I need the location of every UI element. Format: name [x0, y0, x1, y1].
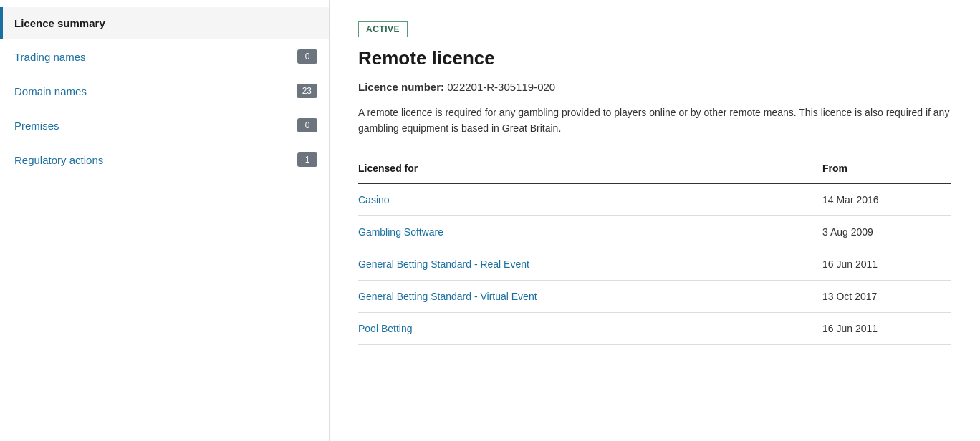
table-cell-name-0: Casino	[358, 183, 822, 216]
table-row: General Betting Standard - Virtual Event…	[358, 280, 951, 312]
table-cell-name-3: General Betting Standard - Virtual Event	[358, 280, 822, 312]
col-from-header: From	[822, 157, 951, 183]
table-row: Pool Betting16 Jun 2011	[358, 312, 951, 344]
sidebar-item-premises[interactable]: Premises0	[0, 108, 329, 142]
sidebar-item-regulatory-actions[interactable]: Regulatory actions1	[0, 142, 329, 177]
sidebar-badge-premises: 0	[297, 118, 317, 132]
sidebar-badge-trading-names: 0	[297, 49, 317, 64]
table-row: Casino14 Mar 2016	[358, 183, 951, 216]
table-cell-from-4: 16 Jun 2011	[822, 312, 951, 344]
table-cell-from-1: 3 Aug 2009	[822, 215, 951, 248]
table-cell-name-1: Gambling Software	[358, 215, 822, 248]
status-badge: ACTIVE	[358, 21, 408, 37]
table-link-3[interactable]: General Betting Standard - Virtual Event	[358, 291, 537, 302]
licence-number: Licence number: 022201-R-305119-020	[358, 81, 951, 93]
sidebar-item-domain-names[interactable]: Domain names23	[0, 74, 329, 108]
table-row: General Betting Standard - Real Event16 …	[358, 248, 951, 280]
sidebar-item-label-premises: Premises	[14, 120, 59, 132]
main-content: ACTIVE Remote licence Licence number: 02…	[330, 0, 980, 441]
sidebar-item-label-regulatory-actions: Regulatory actions	[14, 154, 103, 166]
table-cell-name-4: Pool Betting	[358, 312, 822, 344]
table-link-0[interactable]: Casino	[358, 194, 390, 205]
sidebar-item-licence-summary[interactable]: Licence summary	[0, 7, 329, 39]
sidebar-badge-regulatory-actions: 1	[297, 152, 317, 167]
table-row: Gambling Software3 Aug 2009	[358, 215, 951, 248]
table-cell-from-0: 14 Mar 2016	[822, 183, 951, 216]
sidebar: Licence summaryTrading names0Domain name…	[0, 0, 330, 441]
sidebar-item-label-licence-summary: Licence summary	[14, 17, 105, 29]
table-link-1[interactable]: Gambling Software	[358, 226, 443, 238]
table-cell-from-3: 13 Oct 2017	[822, 280, 951, 312]
table-cell-from-2: 16 Jun 2011	[822, 248, 951, 280]
licence-title: Remote licence	[358, 47, 951, 69]
licence-number-value: 022201-R-305119-020	[447, 81, 555, 93]
sidebar-item-trading-names[interactable]: Trading names0	[0, 39, 329, 74]
table-link-2[interactable]: General Betting Standard - Real Event	[358, 258, 529, 270]
licence-number-label: Licence number:	[358, 81, 444, 93]
sidebar-badge-domain-names: 23	[297, 84, 317, 98]
licence-table: Licensed for From Casino14 Mar 2016Gambl…	[358, 157, 951, 345]
table-cell-name-2: General Betting Standard - Real Event	[358, 248, 822, 280]
licence-description: A remote licence is required for any gam…	[358, 105, 951, 137]
col-licensed-for-header: Licensed for	[358, 157, 822, 183]
sidebar-item-label-domain-names: Domain names	[14, 85, 87, 97]
sidebar-item-label-trading-names: Trading names	[14, 51, 86, 63]
page-container: Licence summaryTrading names0Domain name…	[0, 0, 980, 441]
table-link-4[interactable]: Pool Betting	[358, 323, 413, 334]
